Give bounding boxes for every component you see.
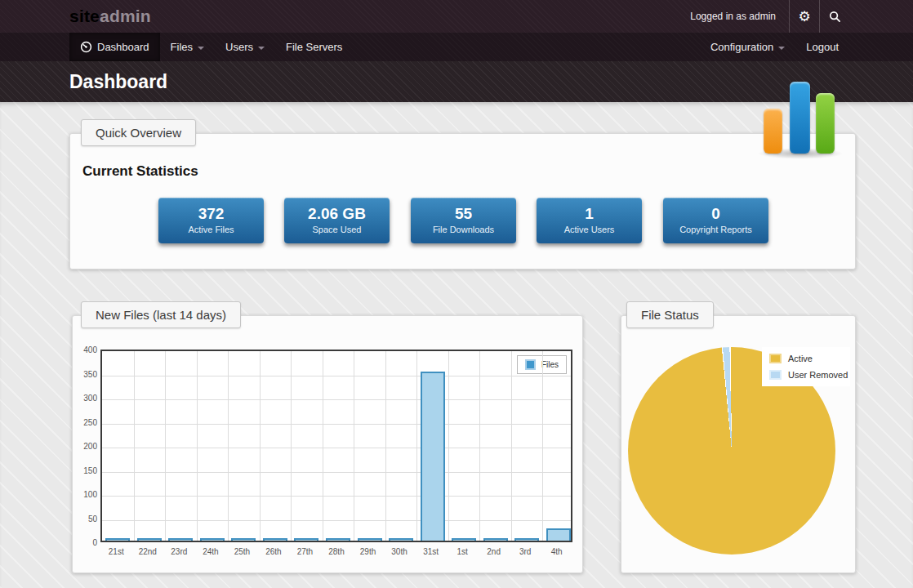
nav-label: Logout: [806, 41, 839, 53]
bar-1st: [452, 538, 476, 541]
settings-button[interactable]: ⚙: [790, 0, 819, 33]
main-nav: Dashboard Files Users File Servers Confi…: [0, 33, 913, 61]
legend-swatch: [769, 370, 782, 380]
x-tick-label: 28th: [321, 547, 353, 556]
blue-bar-icon: [790, 82, 810, 154]
legend-label: Active: [788, 354, 813, 363]
logo-text-primary: site: [69, 7, 100, 26]
nav-item-file-servers[interactable]: File Servers: [275, 33, 353, 61]
gridline: [323, 351, 323, 541]
x-tick-label: 21st: [100, 547, 132, 556]
gridline: [291, 351, 292, 541]
bar-chart-graphic: [759, 78, 841, 161]
gridline: [416, 351, 417, 541]
bar-2nd: [483, 538, 508, 541]
stat-active-files[interactable]: 372 Active Files: [158, 198, 264, 243]
bar-chart-legend: Files: [517, 355, 567, 374]
stat-value: 0: [663, 205, 768, 223]
nav-item-logout[interactable]: Logout: [795, 33, 849, 61]
stat-value: 2.06 GB: [284, 205, 390, 223]
stat-active-users[interactable]: 1 Active Users: [537, 198, 642, 243]
current-statistics-heading: Current Statistics: [82, 163, 198, 180]
logo-text-secondary: admin: [100, 7, 151, 26]
search-button[interactable]: [820, 0, 849, 33]
x-tick-label: 23rd: [163, 547, 195, 556]
page-title: Dashboard: [69, 71, 167, 93]
quick-overview-panel: Quick Overview Current Statistics 372 Ac…: [69, 133, 856, 270]
y-tick-label: 150: [76, 466, 97, 475]
gear-icon: ⚙: [798, 10, 810, 24]
x-tick-label: 24th: [195, 547, 227, 556]
nav-label: File Servers: [286, 41, 342, 53]
stat-value: 1: [537, 205, 642, 223]
chevron-down-icon: [258, 47, 265, 50]
bar-24th: [200, 538, 225, 541]
gauge-icon: [80, 41, 92, 53]
logged-in-status: Logged in as admin: [677, 0, 789, 33]
x-tick-label: 27th: [289, 547, 321, 556]
bar-25th: [231, 538, 256, 541]
y-tick-label: 350: [76, 370, 97, 379]
x-tick-label: 1st: [447, 547, 479, 556]
y-tick-label: 0: [76, 538, 97, 547]
bar-3rd: [514, 538, 539, 541]
files-series-swatch: [525, 359, 536, 370]
stat-copyright-reports[interactable]: 0 Copyright Reports: [663, 198, 768, 243]
nav-label: Users: [225, 41, 253, 53]
gridline: [260, 351, 261, 541]
gridline: [448, 351, 449, 541]
bar-21st: [105, 538, 130, 541]
stat-label: File Downloads: [411, 225, 516, 234]
x-tick-label: 25th: [226, 547, 258, 556]
nav-item-configuration[interactable]: Configuration: [700, 33, 795, 61]
nav-label: Configuration: [710, 41, 773, 53]
y-tick-label: 100: [76, 490, 97, 499]
y-tick-label: 250: [76, 418, 97, 427]
admin-dashboard-page: siteadmin Logged in as admin ⚙: [0, 0, 913, 588]
stat-space-used[interactable]: 2.06 GB Space Used: [284, 198, 390, 243]
spacer: [849, 0, 913, 33]
gridline: [102, 496, 571, 497]
gridline: [165, 351, 166, 541]
file-status-tab: File Status: [626, 301, 714, 328]
stat-file-downloads[interactable]: 55 File Downloads: [411, 198, 516, 243]
nav-item-files[interactable]: Files: [160, 33, 215, 61]
orange-bar-icon: [764, 109, 782, 154]
top-bar: siteadmin Logged in as admin ⚙: [0, 0, 913, 33]
x-tick-label: 30th: [384, 547, 416, 556]
gridline: [102, 424, 571, 425]
file-status-panel: File Status ActiveUser Removed: [621, 315, 856, 573]
stat-value: 55: [411, 205, 516, 223]
x-tick-label: 22nd: [132, 547, 164, 556]
search-icon: [829, 11, 841, 23]
site-logo[interactable]: siteadmin: [69, 0, 151, 33]
y-tick-label: 50: [76, 514, 97, 523]
bar-4th: [546, 528, 571, 541]
files-series-label: Files: [541, 360, 559, 369]
legend-item-user-removed: User Removed: [769, 370, 850, 380]
chevron-down-icon: [778, 47, 785, 50]
gridline: [102, 472, 571, 473]
nav-label: Files: [171, 41, 193, 53]
gridline: [134, 351, 135, 541]
gridline: [385, 351, 386, 541]
legend-item-active: Active: [769, 354, 850, 363]
y-tick-label: 300: [76, 394, 97, 403]
x-tick-label: 29th: [352, 547, 384, 556]
stat-value: 372: [158, 205, 264, 223]
nav-item-users[interactable]: Users: [215, 33, 275, 61]
bar-29th: [358, 538, 382, 541]
pie-legend: ActiveUser Removed: [762, 347, 850, 386]
gridline: [479, 351, 480, 541]
legend-label: User Removed: [788, 370, 848, 380]
stat-label: Copyright Reports: [663, 225, 768, 234]
x-tick-label: 26th: [258, 547, 290, 556]
bar-chart-plot: Files: [100, 350, 572, 542]
y-tick-label: 200: [76, 442, 97, 451]
chevron-down-icon: [198, 47, 204, 50]
stat-label: Space Used: [284, 225, 390, 234]
y-tick-label: 400: [76, 345, 97, 354]
x-tick-label: 2nd: [478, 547, 510, 556]
nav-item-dashboard[interactable]: Dashboard: [69, 33, 160, 61]
gridline: [102, 520, 571, 521]
